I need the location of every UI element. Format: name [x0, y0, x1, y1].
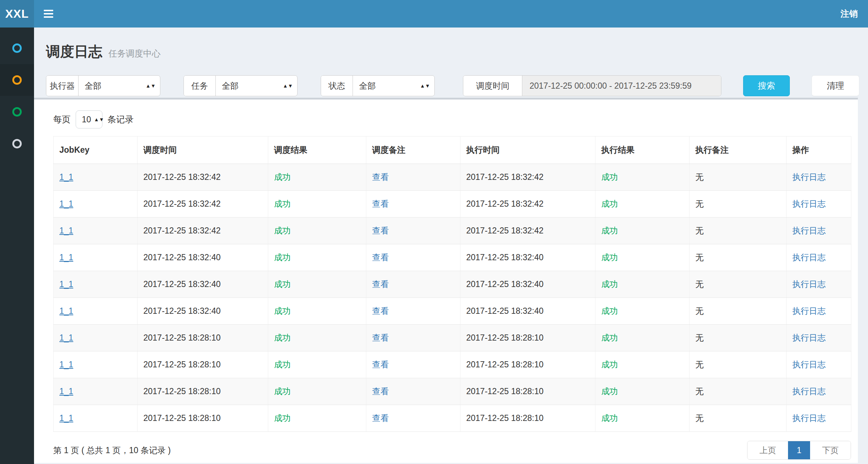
table-row: 1_1 2017-12-25 18:32:42 成功 查看 2017-12-25…: [54, 218, 851, 244]
action-cell: 执行日志: [787, 218, 851, 244]
trigger-time-cell: 2017-12-25 18:32:40: [138, 271, 268, 298]
executor-select[interactable]: 全部 ▲▼: [79, 76, 160, 96]
trigger-result-cell: 成功: [268, 325, 366, 351]
search-button[interactable]: 搜索: [743, 75, 790, 96]
trigger-msg-link[interactable]: 查看: [372, 413, 389, 423]
trigger-result-cell: 成功: [268, 271, 366, 298]
trigger-msg-cell: 查看: [366, 244, 460, 271]
handle-result-cell: 成功: [595, 298, 690, 325]
exec-log-link[interactable]: 执行日志: [792, 253, 826, 262]
jobkey-link[interactable]: 1_1: [59, 253, 73, 262]
exec-log-link[interactable]: 执行日志: [792, 279, 826, 289]
trigger-msg-link[interactable]: 查看: [372, 387, 389, 396]
time-range-input[interactable]: 2017-12-25 00:00:00 - 2017-12-25 23:59:5…: [522, 76, 721, 96]
trigger-msg-link[interactable]: 查看: [372, 279, 389, 289]
page-size-select[interactable]: 10 ▲▼: [76, 110, 102, 128]
trigger-msg-cell: 查看: [366, 191, 460, 218]
jobkey-cell: 1_1: [54, 325, 138, 351]
sidebar-menu-item[interactable]: [0, 128, 34, 160]
trigger-msg-link[interactable]: 查看: [372, 226, 389, 235]
trigger-msg-link[interactable]: 查看: [372, 199, 389, 208]
status-filter-label: 状态: [321, 76, 353, 96]
trigger-msg-link[interactable]: 查看: [372, 360, 389, 369]
exec-log-link[interactable]: 执行日志: [792, 199, 826, 208]
jobkey-link[interactable]: 1_1: [59, 413, 73, 423]
clear-button[interactable]: 清理: [812, 75, 859, 96]
handle-time-cell: 2017-12-25 18:32:42: [460, 164, 595, 191]
exec-log-link[interactable]: 执行日志: [792, 172, 826, 182]
pagination-info: 第 1 页 ( 总共 1 页，10 条记录 ): [53, 445, 171, 456]
trigger-msg-link[interactable]: 查看: [372, 253, 389, 262]
jobkey-link[interactable]: 1_1: [59, 387, 73, 396]
status-filter-group: 状态 全部 ▲▼: [321, 75, 435, 96]
content-header: 调度日志 任务调度中心: [34, 28, 868, 68]
handle-result-cell: 成功: [595, 244, 690, 271]
trigger-result-cell: 成功: [268, 164, 366, 191]
trigger-time-cell: 2017-12-25 18:28:10: [138, 378, 268, 405]
hamburger-icon: [44, 10, 53, 11]
logout-button[interactable]: 注销: [840, 8, 858, 20]
action-cell: 执行日志: [787, 325, 851, 351]
page-size-suffix: 条记录: [108, 114, 134, 125]
trigger-msg-cell: 查看: [366, 298, 460, 325]
jobkey-cell: 1_1: [54, 218, 138, 244]
trigger-msg-link[interactable]: 查看: [372, 306, 389, 316]
jobkey-link[interactable]: 1_1: [59, 333, 73, 342]
sidebar-menu-item[interactable]: [0, 64, 34, 96]
action-cell: 执行日志: [787, 298, 851, 325]
trigger-msg-link[interactable]: 查看: [372, 333, 389, 342]
trigger-msg-cell: 查看: [366, 351, 460, 378]
jobkey-link[interactable]: 1_1: [59, 172, 73, 182]
table-row: 1_1 2017-12-25 18:32:42 成功 查看 2017-12-25…: [54, 191, 851, 218]
exec-log-link[interactable]: 执行日志: [792, 306, 826, 316]
trigger-time-cell: 2017-12-25 18:28:10: [138, 325, 268, 351]
exec-log-link[interactable]: 执行日志: [792, 413, 826, 423]
jobkey-link[interactable]: 1_1: [59, 279, 73, 289]
exec-log-link[interactable]: 执行日志: [792, 333, 826, 342]
sidebar-menu-item[interactable]: [0, 96, 34, 128]
filter-toolbar: 执行器 全部 ▲▼ 任务 全部 ▲▼ 状态 全部 ▲▼: [34, 75, 868, 97]
current-page-button[interactable]: 1: [788, 441, 810, 459]
jobkey-link[interactable]: 1_1: [59, 306, 73, 316]
job-select[interactable]: 全部 ▲▼: [216, 76, 297, 96]
exec-log-link[interactable]: 执行日志: [792, 226, 826, 235]
handle-result-cell: 成功: [595, 351, 690, 378]
status-select[interactable]: 全部 ▲▼: [353, 76, 434, 96]
select-arrows-icon: ▲▼: [141, 84, 156, 88]
jobkey-cell: 1_1: [54, 405, 138, 432]
table-row: 1_1 2017-12-25 18:28:10 成功 查看 2017-12-25…: [54, 378, 851, 405]
trigger-result-cell: 成功: [268, 351, 366, 378]
trigger-msg-cell: 查看: [366, 271, 460, 298]
circle-icon: [12, 43, 22, 53]
log-panel: 每页 10 ▲▼ 条记录 JobKey调度时间调度结果调度备注执行时间执行结果执…: [34, 100, 858, 463]
trigger-result-cell: 成功: [268, 244, 366, 271]
handle-time-cell: 2017-12-25 18:32:40: [460, 244, 595, 271]
handle-time-cell: 2017-12-25 18:28:10: [460, 351, 595, 378]
circle-icon: [12, 107, 22, 117]
jobkey-link[interactable]: 1_1: [59, 226, 73, 235]
handle-msg-cell: 无: [690, 405, 787, 432]
exec-log-link[interactable]: 执行日志: [792, 387, 826, 396]
circle-icon: [12, 75, 22, 85]
prev-page-button[interactable]: 上页: [747, 441, 788, 459]
handle-result-cell: 成功: [595, 271, 690, 298]
trigger-result-cell: 成功: [268, 405, 366, 432]
handle-time-cell: 2017-12-25 18:28:10: [460, 405, 595, 432]
handle-time-cell: 2017-12-25 18:28:10: [460, 378, 595, 405]
select-arrows-icon: ▲▼: [91, 118, 104, 121]
page-size-value: 10: [82, 115, 91, 125]
sidebar-menu-item[interactable]: [0, 32, 34, 64]
action-cell: 执行日志: [787, 405, 851, 432]
handle-msg-cell: 无: [690, 325, 787, 351]
sidebar-toggle-button[interactable]: [34, 0, 63, 28]
pager: 上页 1 下页: [747, 441, 851, 460]
jobkey-link[interactable]: 1_1: [59, 360, 73, 369]
action-cell: 执行日志: [787, 164, 851, 191]
exec-log-link[interactable]: 执行日志: [792, 360, 826, 369]
jobkey-link[interactable]: 1_1: [59, 199, 73, 208]
table-row: 1_1 2017-12-25 18:28:10 成功 查看 2017-12-25…: [54, 325, 851, 351]
handle-msg-cell: 无: [690, 244, 787, 271]
jobkey-cell: 1_1: [54, 378, 138, 405]
next-page-button[interactable]: 下页: [810, 441, 851, 459]
trigger-msg-link[interactable]: 查看: [372, 172, 389, 182]
